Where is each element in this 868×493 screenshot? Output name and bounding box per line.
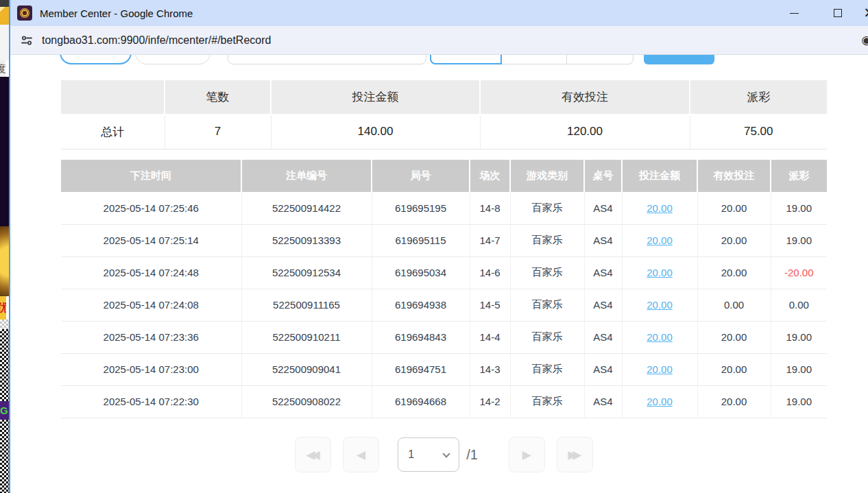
window-title: Member Center - Google Chrome — [40, 8, 193, 19]
search-input[interactable] — [228, 55, 426, 64]
cell-time: 2025-05-14 07:23:00 — [61, 353, 241, 385]
minimize-icon — [790, 13, 799, 14]
bet-amount-link[interactable]: 20.00 — [647, 235, 673, 246]
page-content: 笔数投注金额有效投注派彩 总计 7 140.00 120.00 75.00 下注… — [10, 55, 868, 492]
cell-round_no: 619695115 — [372, 224, 470, 256]
cell-bet_amount: 20.00 — [622, 385, 697, 418]
page-select[interactable]: 1 — [398, 437, 459, 472]
cell-payout: 19.00 — [771, 385, 827, 418]
segment-option[interactable] — [567, 55, 634, 64]
cell-valid_bet: 20.00 — [697, 224, 771, 256]
background-strip — [0, 0, 9, 7]
cell-order_no: 522500911165 — [241, 289, 372, 321]
background-qr-pattern — [0, 420, 9, 493]
cell-valid_bet: 20.00 — [697, 321, 771, 353]
cell-payout: -20.00 — [771, 256, 827, 289]
maximize-icon — [834, 9, 842, 17]
cell-bet_amount: 20.00 — [622, 321, 697, 353]
cell-table_no: AS4 — [584, 256, 622, 289]
cell-valid_bet: 20.00 — [697, 256, 771, 289]
background-text-fragment: G — [0, 401, 9, 420]
filter-button-primary[interactable] — [60, 55, 132, 64]
bet-table-header-row: 下注时间注单编号局号场次游戏类别桌号投注金额有效投注派彩 — [61, 160, 827, 192]
background-strip — [0, 25, 9, 60]
summary-count: 7 — [165, 115, 271, 149]
bet-amount-link[interactable]: 20.00 — [647, 267, 673, 278]
cell-payout: 0.00 — [771, 289, 827, 321]
url-text[interactable]: tongbao31.com:9900/infe/mcenter/#/betRec… — [42, 34, 271, 47]
cell-time: 2025-05-14 07:24:08 — [61, 289, 241, 321]
minimize-button[interactable] — [779, 0, 809, 26]
background-strip — [0, 320, 9, 329]
cell-payout: 19.00 — [771, 224, 827, 256]
cell-round_no: 619694938 — [372, 289, 470, 321]
filter-button-secondary[interactable] — [135, 55, 210, 64]
search-submit-button[interactable] — [644, 55, 714, 64]
background-qr-pattern — [0, 329, 9, 401]
segment-option-selected[interactable] — [430, 55, 502, 64]
cell-game_type: 百家乐 — [510, 256, 584, 289]
page-select-value: 1 — [408, 448, 414, 461]
bet-amount-link[interactable]: 20.00 — [647, 299, 673, 311]
cell-game_type: 百家乐 — [510, 224, 584, 256]
background-strip — [0, 7, 9, 25]
cell-time: 2025-05-14 07:22:30 — [61, 385, 241, 418]
site-settings-tune-icon[interactable] — [19, 33, 34, 48]
bet-col-header-7: 有效投注 — [697, 160, 771, 192]
cell-time: 2025-05-14 07:24:48 — [61, 256, 241, 289]
cell-time: 2025-05-14 07:23:36 — [61, 321, 241, 353]
bet-amount-link[interactable]: 20.00 — [647, 331, 673, 343]
next-page-icon: ▶ — [522, 448, 531, 462]
summary-col-header-4: 派彩 — [690, 80, 827, 115]
background-strip — [0, 226, 9, 296]
bet-amount-link[interactable]: 20.00 — [647, 363, 673, 375]
pagination: ◀◀ ◀ 1 /1 ▶ ▶▶ — [61, 436, 827, 473]
next-page-button[interactable]: ▶ — [509, 437, 545, 472]
cell-payout: 19.00 — [771, 321, 827, 353]
target-icon[interactable]: ◉ — [861, 33, 868, 47]
first-page-button[interactable]: ◀◀ — [295, 437, 331, 472]
summary-col-header-2: 投注金额 — [271, 80, 480, 115]
cell-game_type: 百家乐 — [510, 353, 584, 385]
cell-session: 14-8 — [470, 192, 510, 224]
cell-time: 2025-05-14 07:25:14 — [61, 224, 241, 256]
chevron-down-icon — [442, 450, 450, 457]
cell-table_no: AS4 — [584, 353, 622, 385]
summary-total-label: 总计 — [61, 115, 165, 149]
bet-amount-link[interactable]: 20.00 — [647, 202, 673, 214]
close-button[interactable]: ✕ — [854, 0, 868, 26]
table-row: 2025-05-14 07:23:36522500910211619694843… — [61, 321, 827, 353]
background-text-fragment: 优 — [0, 296, 6, 320]
table-row: 2025-05-14 07:23:00522500909041619694751… — [61, 353, 827, 385]
maximize-button[interactable] — [823, 0, 853, 26]
last-page-button[interactable]: ▶▶ — [557, 437, 593, 472]
bet-col-header-6: 投注金额 — [622, 160, 697, 192]
bet-col-header-2: 局号 — [372, 160, 470, 192]
cell-payout: 19.00 — [771, 353, 827, 385]
cell-payout: 19.00 — [771, 192, 827, 224]
cell-round_no: 619694668 — [372, 385, 470, 418]
cell-valid_bet: 20.00 — [697, 353, 771, 385]
desktop-background: 度 优 G — [0, 0, 9, 493]
cell-bet_amount: 20.00 — [622, 224, 697, 256]
address-bar: tongbao31.com:9900/infe/mcenter/#/betRec… — [10, 26, 868, 55]
cell-table_no: AS4 — [584, 289, 622, 321]
window-titlebar: Member Center - Google Chrome ✕ — [10, 0, 868, 26]
bet-record-table: 下注时间注单编号局号场次游戏类别桌号投注金额有效投注派彩 2025-05-14 … — [61, 160, 827, 418]
cell-valid_bet: 0.00 — [697, 289, 771, 321]
cell-round_no: 619694843 — [372, 321, 470, 353]
table-row: 2025-05-14 07:24:08522500911165619694938… — [61, 289, 827, 321]
cell-session: 14-6 — [470, 256, 510, 289]
bet-amount-link[interactable]: 20.00 — [647, 396, 673, 407]
cell-table_no: AS4 — [584, 385, 622, 418]
segment-option[interactable] — [502, 55, 567, 64]
cell-round_no: 619695195 — [372, 192, 470, 224]
cell-table_no: AS4 — [584, 192, 622, 224]
previous-page-button[interactable]: ◀ — [343, 437, 379, 472]
summary-table: 笔数投注金额有效投注派彩 总计 7 140.00 120.00 75.00 — [61, 80, 827, 149]
cell-session: 14-5 — [470, 289, 510, 321]
previous-page-icon: ◀ — [357, 448, 365, 462]
summary-valid-bet: 120.00 — [480, 115, 690, 149]
summary-header-row: 笔数投注金额有效投注派彩 — [61, 80, 827, 115]
browser-window: Member Center - Google Chrome ✕ tongbao3… — [9, 0, 868, 493]
